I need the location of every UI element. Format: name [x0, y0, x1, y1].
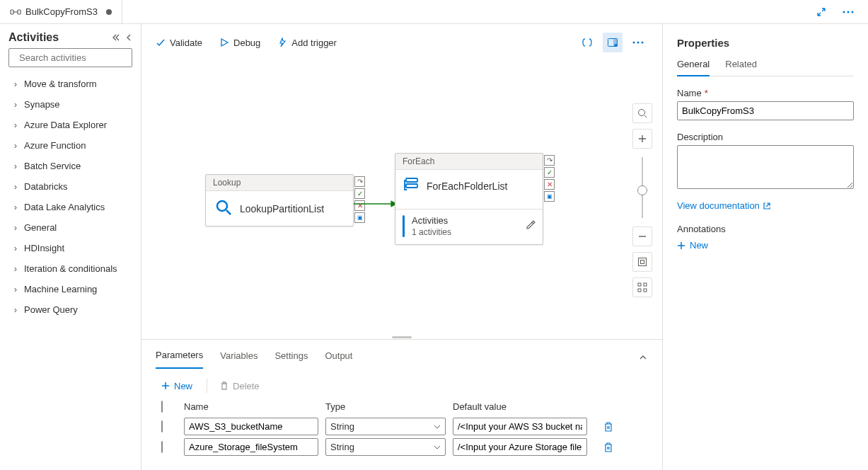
chevron-right-icon: › [11, 79, 20, 89]
select-all-checkbox[interactable] [161, 401, 163, 413]
accent-bar [403, 215, 405, 237]
port-skip[interactable] [354, 176, 365, 187]
properties-panel: Properties General Related Name* Descrip… [663, 24, 868, 470]
divider [207, 379, 207, 393]
port-fail[interactable] [544, 179, 555, 190]
svg-rect-21 [644, 289, 647, 292]
activity-category[interactable]: ›Batch Service [8, 156, 132, 176]
node-name: ForEachFolderList [427, 180, 507, 192]
param-type-select[interactable]: String [325, 438, 446, 456]
tab-variables[interactable]: Variables [220, 346, 257, 368]
expand-icon[interactable] [811, 2, 831, 22]
row-checkbox[interactable] [161, 420, 163, 432]
activity-category[interactable]: ›General [8, 218, 132, 237]
zoom-in-button[interactable] [632, 129, 652, 149]
tab-output[interactable]: Output [325, 346, 352, 368]
svg-rect-20 [638, 289, 641, 292]
tab-settings[interactable]: Settings [274, 346, 308, 368]
chevron-right-icon: › [11, 161, 20, 171]
pipeline-tab[interactable]: BulkCopyFromS3 [0, 0, 122, 23]
foreach-node[interactable]: ForEach ForEachFolderList [395, 153, 543, 245]
activity-category[interactable]: ›Data Lake Analytics [8, 197, 132, 217]
code-view-button[interactable] [577, 33, 597, 52]
bottom-collapse-button[interactable] [638, 352, 648, 362]
toolbar-more-button[interactable] [628, 33, 648, 52]
activities-search-input[interactable] [18, 52, 139, 64]
chevron-right-icon: › [11, 202, 20, 212]
param-default-input[interactable] [453, 418, 587, 435]
chevron-right-icon: › [11, 263, 20, 274]
add-trigger-button[interactable]: Add trigger [277, 38, 337, 48]
inner-activities-label: Activities [412, 215, 519, 226]
foreach-icon [404, 177, 419, 195]
chevron-down-icon [434, 444, 441, 451]
port-success[interactable] [544, 167, 555, 178]
activity-category[interactable]: ›Power Query [8, 300, 132, 319]
svg-point-10 [637, 42, 640, 44]
activities-sidebar: Activities ›Move & transform ›Synapse ›A… [0, 24, 141, 470]
editor-column: Validate Debug Add trigger [141, 24, 663, 470]
properties-toggle-button[interactable] [603, 33, 623, 52]
activity-category[interactable]: ›Iteration & conditionals [8, 259, 132, 278]
col-type: Type [325, 401, 453, 412]
activity-category[interactable]: ›Azure Function [8, 136, 132, 155]
activity-category[interactable]: ›Databricks [8, 177, 132, 196]
svg-point-2 [843, 11, 845, 13]
row-delete-button[interactable] [594, 421, 623, 432]
param-type-select[interactable]: String [325, 418, 446, 435]
param-new-button[interactable]: New [161, 381, 202, 391]
debug-button[interactable]: Debug [219, 38, 260, 48]
svg-point-15 [639, 110, 645, 116]
chevron-right-icon: › [11, 181, 20, 192]
edit-icon[interactable] [526, 220, 536, 232]
more-icon[interactable] [838, 2, 858, 22]
port-completion[interactable] [354, 212, 365, 223]
description-field[interactable] [677, 145, 854, 189]
activities-title: Activities [8, 31, 59, 44]
fit-to-screen-button[interactable] [632, 252, 652, 272]
param-name-input[interactable] [184, 438, 318, 456]
row-delete-button[interactable] [594, 442, 623, 453]
name-field-label: Name* [677, 88, 854, 98]
zoom-thumb[interactable] [637, 185, 647, 195]
foreach-activities-panel[interactable]: Activities 1 activities [395, 209, 543, 244]
chevron-right-icon: › [11, 243, 20, 253]
tab-title: BulkCopyFromS3 [25, 6, 98, 17]
view-documentation-link[interactable]: View documentation [677, 200, 854, 211]
activity-category[interactable]: ›HDInsight [8, 239, 132, 258]
activity-category[interactable]: ›Synapse [8, 95, 132, 114]
prop-tab-general[interactable]: General [677, 59, 710, 76]
zoom-slider[interactable] [642, 157, 643, 218]
zoom-out-button[interactable] [632, 227, 652, 246]
activity-category[interactable]: ›Machine Learning [8, 280, 132, 299]
chevron-right-icon: › [11, 140, 20, 151]
port-completion[interactable] [544, 191, 555, 202]
description-field-label: Description [677, 132, 854, 142]
editor-toolbar: Validate Debug Add trigger [141, 24, 662, 61]
prop-tab-related[interactable]: Related [725, 59, 757, 76]
chevron-right-icon: › [11, 304, 20, 315]
chevron-down-icon [434, 423, 441, 430]
port-skip[interactable] [544, 155, 555, 166]
validate-button[interactable]: Validate [156, 38, 202, 48]
tab-dirty-indicator [106, 9, 112, 15]
activities-search[interactable] [8, 48, 132, 67]
parameters-table: Name Type Default value String [141, 397, 662, 470]
lookup-node[interactable]: Lookup LookupPartitionList [205, 174, 354, 227]
param-name-input[interactable] [184, 418, 318, 435]
param-delete-button[interactable]: Delete [220, 381, 270, 391]
auto-align-button[interactable] [632, 277, 652, 297]
annotation-new-button[interactable]: New [677, 240, 854, 251]
col-name: Name [184, 401, 325, 412]
canvas-search-button[interactable] [632, 103, 652, 123]
param-default-input[interactable] [453, 438, 587, 456]
name-field[interactable] [677, 101, 854, 120]
canvas[interactable]: Lookup LookupPartitionList [141, 61, 662, 336]
activity-category[interactable]: ›Move & transform [8, 74, 132, 93]
tab-parameters[interactable]: Parameters [156, 345, 203, 369]
chevron-right-icon: › [11, 120, 20, 130]
svg-point-4 [852, 11, 854, 13]
row-checkbox[interactable] [161, 441, 163, 453]
activity-category[interactable]: ›Azure Data Explorer [8, 115, 132, 134]
activities-collapse-button[interactable] [112, 33, 132, 42]
